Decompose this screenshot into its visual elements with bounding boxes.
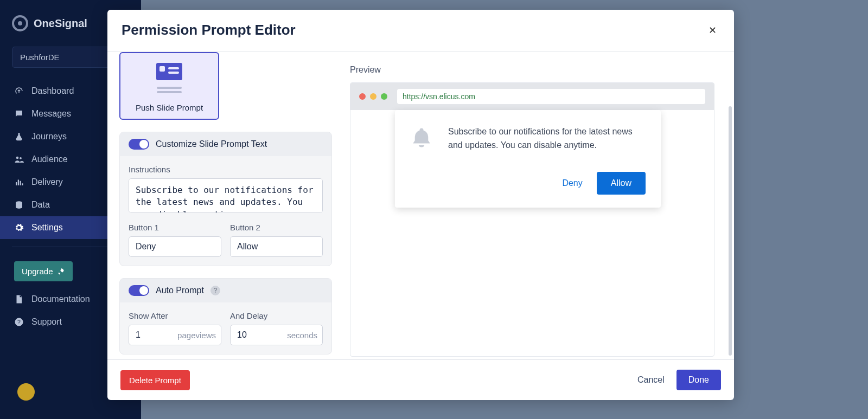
preview-label: Preview	[350, 65, 714, 75]
close-icon: ✕	[709, 25, 717, 36]
preview-content: Subscribe to our notifications for the l…	[350, 110, 714, 357]
users-icon	[14, 154, 24, 164]
customize-text-title: Customize Slide Prompt Text	[156, 139, 267, 149]
slide-prompt-icon	[156, 63, 182, 80]
permission-prompt-editor-modal: Permission Prompt Editor ✕ Push Slide Pr…	[107, 10, 734, 400]
url-bar: https://vsn.elicus.com	[397, 89, 705, 104]
sidebar-item-label: Documentation	[31, 294, 90, 304]
sidebar-item-label: Audience	[31, 154, 68, 164]
modal-footer: Delete Prompt Cancel Done	[107, 359, 734, 400]
prompt-type-card[interactable]: Push Slide Prompt	[119, 52, 219, 120]
svg-point-0	[16, 157, 19, 159]
sidebar-item-label: Delivery	[31, 177, 63, 187]
avatar[interactable]	[17, 383, 35, 401]
preview-allow-button[interactable]: Allow	[597, 172, 646, 195]
auto-prompt-toggle[interactable]	[129, 285, 149, 296]
delete-prompt-button[interactable]: Delete Prompt	[120, 370, 190, 390]
cancel-button[interactable]: Cancel	[637, 375, 665, 385]
instructions-label: Instructions	[129, 165, 323, 174]
traffic-light-min-icon	[370, 93, 376, 100]
traffic-light-max-icon	[381, 93, 387, 100]
type-card-label: Push Slide Prompt	[136, 103, 203, 119]
help-icon: ?	[14, 317, 24, 327]
editor-left-panel: Push Slide Prompt Customize Slide Prompt…	[119, 52, 334, 359]
preview-panel: Preview https://vsn.elicus.com Subscri	[334, 52, 734, 359]
modal-body: Push Slide Prompt Customize Slide Prompt…	[107, 52, 734, 359]
traffic-light-close-icon	[359, 93, 366, 100]
sidebar-item-label: Dashboard	[31, 86, 74, 96]
gear-icon	[14, 223, 24, 233]
customize-text-section: Customize Slide Prompt Text Instructions…	[119, 132, 332, 266]
gauge-icon	[14, 86, 24, 96]
onesignal-icon	[12, 15, 28, 31]
sidebar-item-label: Support	[31, 317, 62, 327]
modal-header: Permission Prompt Editor ✕	[107, 10, 734, 52]
button2-input[interactable]	[230, 236, 323, 257]
bar-chart-icon	[14, 177, 24, 187]
app-name: PushforDE	[20, 53, 60, 62]
auto-prompt-section: Auto Prompt ? Show After pageviews	[119, 278, 332, 354]
svg-text:?: ?	[17, 319, 21, 325]
brand-name: OneSignal	[34, 17, 87, 30]
rocket-icon	[58, 268, 65, 275]
customize-text-toggle[interactable]	[129, 139, 149, 150]
button2-label: Button 2	[230, 223, 323, 232]
preview-deny-button[interactable]: Deny	[562, 178, 582, 188]
decorative-lines	[157, 87, 182, 89]
and-delay-unit: seconds	[287, 331, 317, 340]
button1-input[interactable]	[129, 236, 221, 257]
done-button[interactable]: Done	[676, 370, 721, 390]
slide-prompt-preview: Subscribe to our notifications for the l…	[395, 110, 661, 208]
button1-label: Button 1	[129, 223, 221, 232]
instructions-textarea[interactable]	[129, 178, 323, 213]
sidebar-item-label: Data	[31, 200, 50, 210]
upgrade-button[interactable]: Upgrade	[14, 261, 73, 281]
sidebar-item-label: Journeys	[31, 132, 67, 141]
bell-icon	[410, 126, 433, 149]
browser-chrome: https://vsn.elicus.com	[350, 83, 714, 110]
upgrade-label: Upgrade	[22, 267, 53, 276]
modal-title: Permission Prompt Editor	[122, 22, 296, 38]
customize-text-header: Customize Slide Prompt Text	[120, 132, 331, 156]
show-after-unit: pageviews	[177, 331, 216, 340]
auto-prompt-header: Auto Prompt ?	[120, 279, 331, 302]
sidebar-item-label: Messages	[31, 109, 71, 119]
svg-point-1	[20, 157, 22, 159]
show-after-label: Show After	[129, 311, 221, 320]
database-icon	[14, 200, 24, 210]
chat-icon	[14, 109, 24, 119]
scrollbar[interactable]	[729, 106, 732, 356]
auto-prompt-title: Auto Prompt	[156, 286, 204, 295]
flask-icon	[14, 132, 24, 141]
and-delay-label: And Delay	[230, 311, 323, 320]
preview-box: https://vsn.elicus.com Subscribe to our …	[350, 82, 714, 357]
document-icon	[14, 294, 24, 304]
preview-message: Subscribe to our notifications for the l…	[448, 125, 646, 152]
sidebar-item-label: Settings	[31, 223, 63, 233]
close-button[interactable]: ✕	[705, 22, 720, 38]
help-icon[interactable]: ?	[210, 286, 220, 295]
